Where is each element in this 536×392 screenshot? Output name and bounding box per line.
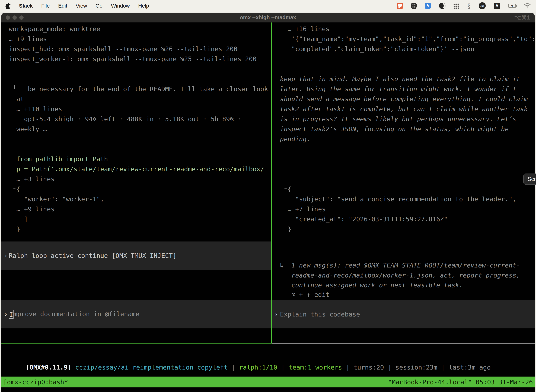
collapsed-lines-indicator: … +110 lines	[1, 104, 271, 114]
code-line: p = Path('.omx/state/team/review-current…	[1, 164, 271, 174]
prompt-chevron-icon: ›	[4, 311, 8, 318]
menu-item-view[interactable]: View	[76, 3, 87, 9]
code-line: from pathlib import Path	[1, 154, 271, 164]
collapsed-lines-indicator: … +16 lines	[272, 24, 535, 34]
output-line: '{"team_name":"my-team","task_id":"1","f…	[272, 34, 535, 44]
output-line: {	[1, 184, 271, 194]
section-sign-icon[interactable]: §	[467, 2, 471, 9]
minimize-window-button[interactable]	[13, 15, 17, 20]
thinking-line: •I need to get the claim token from the …	[272, 64, 535, 74]
text-cursor: I	[9, 310, 14, 319]
collapsed-lines-indicator: … +3 lines	[1, 174, 271, 184]
menu-item-go[interactable]: Go	[96, 3, 103, 9]
thinking-line: keep that in mind. Maybe I also need the…	[272, 74, 535, 84]
pane-status-line: gpt-5.4 xhigh · 94% left · 488K in · 5.1…	[272, 329, 535, 339]
output-line: "completed","claim_token":"claim-token"}…	[272, 44, 535, 54]
thinking-line: task2 after task1 is complete, but can I…	[272, 104, 535, 114]
window-bottom-filler	[1, 387, 535, 392]
edit-shortcut-hint: ⌥ + ↑ edit	[272, 289, 535, 300]
output-line: "subject": "send a concise recommendatio…	[272, 194, 535, 204]
menu-item-help[interactable]: Help	[138, 3, 149, 9]
apple-menu-icon[interactable]	[5, 3, 10, 9]
output-line: "worker": "worker-1",	[1, 194, 271, 204]
working-status-line: •Working (6m 38s • esc to interrupt)	[1, 280, 271, 289]
output-line: {	[272, 184, 535, 194]
ran-command-line: •Ran tmux capture-pane -t %25 -p -S -80	[1, 74, 271, 84]
thinking-line: later. Using the same for transition mig…	[272, 84, 535, 94]
blank-line	[1, 64, 271, 74]
omx-last-activity: last:3m ago	[449, 364, 491, 371]
menu-bar: Slack File Edit View Go Window Help ϟ § …	[0, 0, 536, 12]
prompt-input-band[interactable]: › Improve documentation in @filename	[1, 300, 271, 328]
output-line: weekly …	[1, 124, 271, 134]
waiting-status-line: •Waiting for background terminal (3m 46s…	[272, 240, 535, 250]
traffic-lights	[6, 15, 24, 20]
thinking-line: should send a message before completing …	[272, 94, 535, 104]
blank-line	[1, 134, 271, 144]
thinking-line: is in progress? It seems likely but perh…	[272, 114, 535, 124]
prompt-chevron-icon: ›	[274, 311, 278, 318]
tmux-host-clock: "MacBook-Pro-44.local" 05:03 31-Mar-26	[388, 378, 533, 386]
thinking-line: pending.	[272, 134, 535, 144]
output-line: inspect_worker-1: omx sparkshell --tmux-…	[1, 54, 271, 64]
right-pane[interactable]: … +16 lines '{"team_name":"my-team","tas…	[272, 23, 535, 343]
blue-lightning-icon[interactable]: ϟ	[425, 3, 431, 9]
menu-item-window[interactable]: Window	[111, 3, 130, 9]
output-line: "created_at": "2026-03-31T11:59:27.816Z"	[272, 214, 535, 224]
code-line: tasks/task-2.json"	[272, 174, 535, 184]
output-line: }	[272, 224, 535, 234]
window-titlebar[interactable]: omx --xhigh --madmax ⌥⌘1	[1, 13, 535, 23]
collapsed-lines-indicator: … +7 lines	[272, 204, 535, 214]
menu-app-name[interactable]: Slack	[19, 3, 33, 9]
output-line: inspect_hud: omx sparkshell --tmux-pane …	[1, 44, 271, 54]
screen-overlay-button[interactable]: Scre	[523, 173, 536, 185]
output-line: at	[1, 94, 271, 104]
omx-ralph-counter: ralph:1/10	[239, 364, 277, 371]
inject-message-band: › Ralph loop active continue [OMX_TMUX_I…	[1, 242, 271, 270]
omx-version-badge: [OMX#0.11.9]	[26, 364, 72, 371]
terminal-content: workspace_mode: worktree … +9 lines insp…	[1, 23, 535, 343]
collapsed-lines-indicator: … +9 lines	[1, 34, 271, 44]
omx-status-line: [OMX#0.11.9] cczip/essay/ai-reimplementa…	[3, 352, 491, 362]
mailbox-message-line: continue assigned work or next feasible …	[272, 280, 535, 290]
code-line: cat "$OMX_TEAM_STATE_ROOT/team/review-cu…	[272, 164, 535, 174]
output-line: gpt-5.4 xhigh · 94% left · 488K in · 5.1…	[1, 114, 271, 124]
percent-badge-icon[interactable]: ..61	[479, 2, 486, 9]
blank-line	[272, 54, 535, 64]
left-pane[interactable]: workspace_mode: worktree … +9 lines insp…	[1, 23, 271, 343]
chat-app-icon[interactable]	[397, 3, 403, 9]
blank-line	[272, 144, 535, 154]
omx-session-timer: session:23m	[395, 364, 437, 371]
prompt-chevron-icon: ›	[4, 252, 8, 259]
menu-item-file[interactable]: File	[41, 3, 50, 9]
output-line: }	[1, 224, 271, 234]
window-title: omx --xhigh --madmax	[240, 14, 296, 20]
close-window-button[interactable]	[6, 15, 10, 20]
omx-turns-counter: turns:20	[354, 364, 384, 371]
menu-item-edit[interactable]: Edit	[58, 3, 67, 9]
input-source-icon[interactable]: A	[494, 3, 500, 9]
omx-status-area: [OMX#0.11.9] cczip/essay/ai-reimplementa…	[1, 344, 535, 377]
terminal-window: omx --xhigh --madmax ⌥⌘1 workspace_mode:…	[1, 13, 535, 392]
ran-command-line: •Ran python3 - <<'PY'	[1, 144, 271, 154]
output-line: workspace_mode: worktree	[1, 24, 271, 34]
shield-keypad-icon[interactable]	[411, 3, 416, 9]
mailbox-message-line: ↳ 1 new msg(s): read $OMX_TEAM_STATE_ROO…	[272, 260, 535, 270]
prompt-placeholder: Explain this codebase	[280, 311, 360, 318]
output-line: └ be necessary for the end of the README…	[1, 84, 271, 94]
dots-grid-icon[interactable]	[454, 3, 459, 9]
command-output-connector	[284, 164, 287, 189]
thinking-line: inspect task2's JSON, focusing on the st…	[272, 124, 535, 134]
tmux-status-bar: [omx-cczip0:bash* "MacBook-Pro-44.local"…	[1, 377, 535, 387]
pane-status-line: gpt-5.4 xhigh · essay/ai-reimplementatio…	[1, 329, 271, 339]
crescent-circle-icon[interactable]	[439, 3, 445, 9]
mailbox-message-line: readme-and-reco/mailbox/worker-1.json, a…	[272, 270, 535, 280]
omx-session-path: cczip/essay/ai-reimplementation-copyleft	[72, 364, 228, 371]
zoom-window-button[interactable]	[19, 15, 24, 20]
window-shortcut-badge: ⌥⌘1	[514, 14, 530, 21]
wifi-icon[interactable]	[524, 3, 531, 9]
battery-icon[interactable]: ϟ	[508, 4, 516, 8]
ran-command-line: •Ran set -euo pipefail	[272, 154, 535, 164]
prompt-placeholder: mprove documentation in @filename	[14, 310, 139, 317]
prompt-input-band[interactable]: › Explain this codebase	[272, 300, 535, 328]
